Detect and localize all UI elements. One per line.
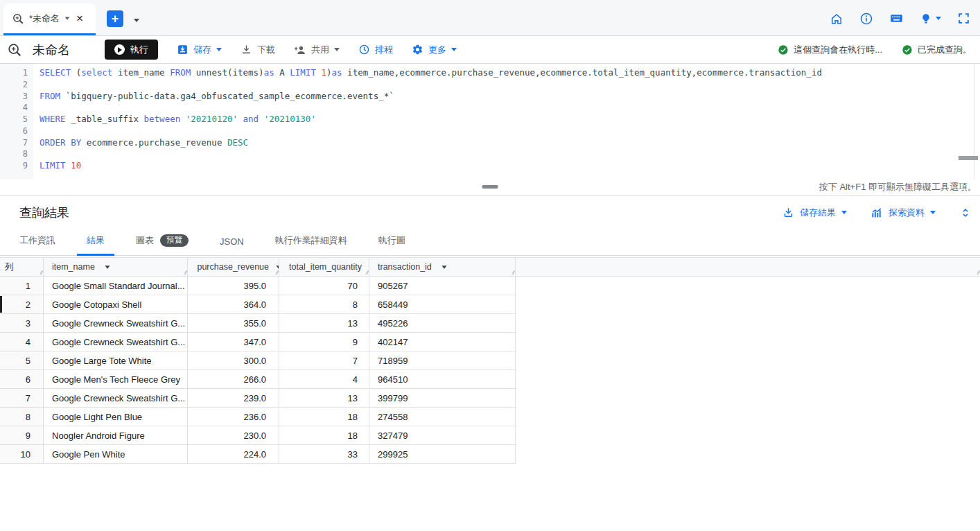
person-add-icon (294, 44, 306, 56)
column-header-transaction-id[interactable]: transaction_id (369, 258, 516, 276)
new-tab-button[interactable]: + (107, 10, 123, 27)
table-row[interactable]: 1Google Small Standard Journal...395.070… (0, 277, 516, 295)
save-results-button[interactable]: 儲存結果 (782, 207, 847, 219)
download-button[interactable]: 下載 (240, 44, 275, 56)
query-toolbar: 未命名 執行 儲存 下載 共 (0, 36, 980, 64)
table-cell: Google Light Pen Blue (44, 408, 188, 426)
tab-json[interactable]: JSON (210, 236, 254, 255)
save-menu-caret-icon (216, 48, 222, 51)
table-cell: 905267 (369, 277, 516, 295)
table-row[interactable]: 5Google Large Tote White300.07718959 (0, 351, 516, 370)
tab-execution-graph[interactable]: 執行圖 (369, 234, 415, 255)
table-cell: 13 (279, 314, 369, 332)
code-line[interactable]: 6 (0, 125, 980, 137)
query-validation-status[interactable]: 這個查詢會在執行時... (778, 44, 882, 56)
code-line[interactable]: 3FROM `bigquery-public-data.ga4_obfuscat… (0, 91, 980, 103)
code-line[interactable]: 4 (0, 102, 980, 114)
code-area: 1SELECT (select item_name FROM unnest(it… (0, 67, 980, 172)
code-line[interactable]: 5WHERE _table_suffix between '20210120' … (0, 114, 980, 125)
table-cell: 718959 (369, 351, 516, 369)
column-header-item-name[interactable]: item_name (44, 258, 188, 276)
schedule-button[interactable]: 排程 (358, 44, 393, 56)
table-cell: 399799 (369, 389, 516, 407)
info-icon[interactable] (859, 12, 873, 26)
code-line[interactable]: 9LIMIT 10 (0, 160, 980, 172)
query-complete-status[interactable]: 已完成查詢。 (902, 44, 972, 56)
line-number: 6 (0, 125, 28, 137)
query-title: 未命名 (33, 42, 70, 58)
keyboard-shortcuts-icon[interactable] (889, 11, 904, 26)
home-icon[interactable] (830, 12, 843, 26)
code-line[interactable]: 7ORDER BY ecommerce.purchase_revenue DES… (0, 137, 980, 149)
column-header-purchase-revenue[interactable]: purchase_revenue (188, 258, 279, 276)
table-row[interactable]: 9Noogler Android Figure230.018327479 (0, 426, 516, 445)
row-cursor-indicator (0, 296, 2, 313)
clock-icon (358, 44, 370, 55)
sort-caret-icon[interactable] (105, 266, 110, 269)
tab-execution-details[interactable]: 執行作業詳細資料 (265, 234, 357, 255)
results-table-header: 列 item_name purchase_revenue total_item_… (0, 257, 980, 277)
table-cell: 274558 (369, 408, 516, 426)
more-button[interactable]: 更多 (412, 44, 457, 56)
sort-caret-icon[interactable] (441, 266, 446, 269)
table-row[interactable]: 3Google Crewneck Sweatshirt G...355.0134… (0, 314, 516, 333)
share-menu-caret-icon (334, 48, 340, 51)
share-button[interactable]: 共用 (294, 44, 340, 56)
line-number: 3 (0, 91, 28, 103)
tab-results[interactable]: 結果 (77, 234, 114, 255)
preview-badge: 預覽 (160, 234, 189, 247)
column-header-total-item-quantity[interactable]: total_item_quantity (279, 258, 369, 276)
suggestions-caret-icon (936, 17, 941, 20)
save-results-caret-icon (841, 211, 847, 214)
table-cell: Google Men's Tech Fleece Grey (44, 370, 188, 388)
tab-job-information[interactable]: 工作資訊 (10, 234, 65, 255)
table-cell: 964510 (369, 370, 516, 388)
tab-chart[interactable]: 圖表 預覽 (126, 234, 198, 255)
line-number: 5 (0, 114, 28, 125)
table-cell: Noogler Android Figure (44, 426, 188, 444)
table-cell: Google Crewneck Sweatshirt G... (44, 389, 188, 407)
table-cell: 230.0 (188, 426, 279, 444)
suggestions-button[interactable] (920, 12, 941, 25)
code-line[interactable]: 1SELECT (select item_name FROM unnest(it… (0, 67, 980, 79)
table-row[interactable]: 4Google Crewneck Sweatshirt G...347.0940… (0, 333, 516, 351)
row-number-cell: 1 (0, 277, 44, 295)
table-row[interactable]: 7Google Crewneck Sweatshirt G...239.0133… (0, 389, 516, 408)
explore-data-button[interactable]: 探索資料 (870, 207, 936, 219)
table-cell: 495226 (369, 314, 516, 332)
save-button[interactable]: 儲存 (177, 44, 222, 56)
expand-collapse-icon[interactable] (959, 207, 972, 219)
table-cell: Google Crewneck Sweatshirt G... (44, 314, 188, 332)
table-row[interactable]: 2Google Cotopaxi Shell364.08658449 (0, 295, 516, 314)
row-number-cell: 7 (0, 389, 44, 407)
line-number: 8 (0, 148, 28, 160)
table-cell: 239.0 (188, 389, 279, 407)
column-header-row[interactable]: 列 (0, 258, 44, 276)
bigquery-icon (7, 42, 22, 58)
tab-menu-caret-icon[interactable] (65, 17, 70, 19)
table-cell: 347.0 (188, 333, 279, 351)
table-row[interactable]: 10Google Pen White224.033299925 (0, 445, 516, 464)
table-cell: 658449 (369, 295, 516, 313)
results-header: 查詢結果 儲存結果 探索資料 (0, 196, 980, 229)
table-cell: Google Cotopaxi Shell (44, 295, 188, 313)
code-line[interactable]: 8 (0, 148, 980, 160)
lightbulb-icon (920, 12, 932, 25)
gear-icon (412, 44, 423, 55)
results-table: 列 item_name purchase_revenue total_item_… (0, 257, 980, 464)
tab-title: *未命名 (29, 12, 60, 25)
code-line[interactable]: 2 (0, 79, 980, 91)
close-tab-icon[interactable]: × (76, 12, 83, 24)
new-tab-menu-caret-icon[interactable] (134, 19, 139, 22)
splitter-drag-handle[interactable] (482, 185, 498, 189)
table-row[interactable]: 8Google Light Pen Blue236.018274558 (0, 408, 516, 426)
table-cell: Google Large Tote White (44, 351, 188, 369)
run-query-button[interactable]: 執行 (105, 40, 158, 60)
editor-scrollbar-thumb[interactable] (959, 156, 978, 160)
query-tab[interactable]: *未命名 × (3, 3, 96, 35)
sql-editor[interactable]: 1SELECT (select item_name FROM unnest(it… (0, 64, 980, 179)
fullscreen-icon[interactable] (957, 12, 970, 25)
table-cell: 9 (279, 333, 369, 351)
table-row[interactable]: 6Google Men's Tech Fleece Grey266.049645… (0, 370, 516, 389)
table-cell: 236.0 (188, 408, 279, 426)
